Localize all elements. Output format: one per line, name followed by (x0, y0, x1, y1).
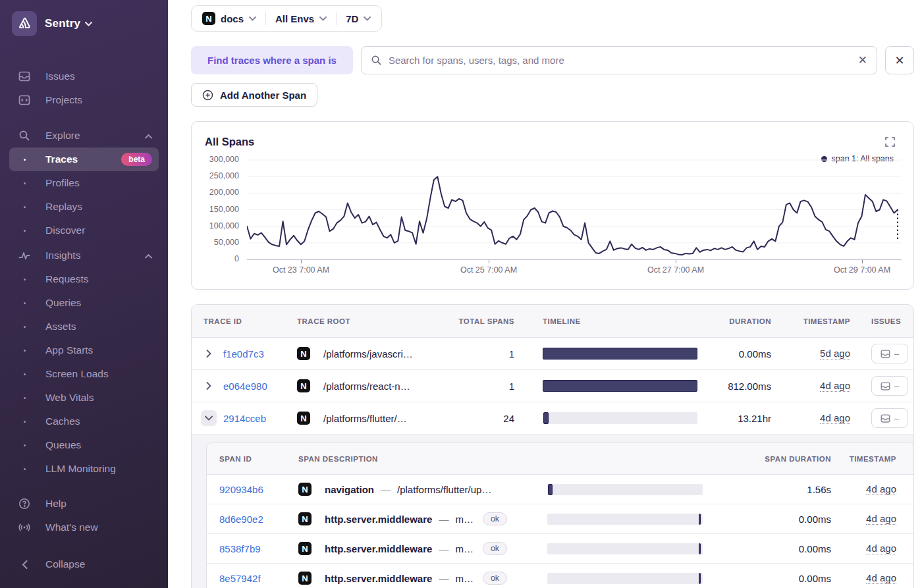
timestamp-value[interactable]: 4d ago (820, 412, 850, 424)
status-badge: ok (483, 572, 507, 585)
chevron-down-icon (364, 16, 371, 21)
trace-id-link[interactable]: 2914cceb (223, 413, 266, 424)
insights-icon (18, 250, 31, 261)
col-header-total-spans: TOTAL SPANS (445, 317, 524, 325)
sidebar-item-label: Help (45, 498, 67, 510)
help-icon (18, 498, 31, 510)
remove-span-filter-button[interactable]: ✕ (885, 46, 914, 74)
sidebar-item-discover[interactable]: Discover (9, 219, 159, 242)
chevron-right-icon (206, 382, 211, 390)
trace-id-link[interactable]: f1e0d7c3 (223, 348, 264, 360)
project-selector[interactable]: N docs (202, 12, 256, 25)
date-range-value: 7D (346, 13, 358, 24)
x-axis: Oct 23 7:00 AM Oct 25 7:00 AM Oct 27 7:0… (247, 261, 902, 277)
col-header-span-description: SPAN DESCRIPTION (290, 455, 534, 463)
divider (336, 12, 337, 25)
traces-table: TRACE ID TRACE ROOT TOTAL SPANS TIMELINE… (191, 304, 914, 588)
sidebar-item-queries[interactable]: Queries (9, 291, 159, 315)
bullet-icon (18, 373, 31, 375)
table-row: e064e980 N /platforms/react-n… 1 812.00m… (192, 370, 913, 402)
timestamp-value[interactable]: 4d ago (866, 572, 896, 584)
span-id-link[interactable]: 8e57942f (219, 573, 261, 584)
sidebar-item-replays[interactable]: Replays (9, 195, 159, 219)
sidebar-item-assets[interactable]: Assets (9, 315, 159, 338)
sidebar-item-label: Traces (45, 153, 78, 165)
sidebar-collapse-button[interactable]: Collapse (9, 552, 159, 576)
col-header-span-duration: SPAN DURATION (719, 455, 837, 463)
span-description-text: m… (455, 573, 474, 584)
x-tick (489, 260, 489, 263)
col-header-timeline: TIMELINE (524, 317, 704, 325)
span-id-link[interactable]: 8538f7b9 (219, 543, 261, 554)
date-range-selector[interactable]: 7D (346, 13, 371, 24)
y-tick-label: 200,000 (192, 188, 239, 197)
add-another-span-button[interactable]: Add Another Span (191, 83, 317, 107)
spans-line-chart[interactable] (247, 156, 902, 260)
timeline-track (543, 412, 697, 424)
sidebar-section-insights[interactable]: Insights (9, 244, 159, 267)
bullet-icon (18, 326, 31, 328)
all-spans-chart-panel: All Spans span 1: All spans 300,000 250,… (191, 121, 914, 290)
sidebar-item-queues[interactable]: Queues (9, 433, 159, 457)
bullet-icon (18, 159, 31, 161)
sidebar-item-web-vitals[interactable]: Web Vitals (9, 386, 159, 410)
issues-button[interactable]: – (871, 344, 908, 363)
expand-row-button[interactable] (201, 346, 217, 361)
sidebar-item-label: Collapse (45, 558, 85, 570)
sidebar-item-label: Issues (45, 70, 75, 82)
sidebar-item-screen-loads[interactable]: Screen Loads (9, 362, 159, 386)
sidebar-item-app-starts[interactable]: App Starts (9, 338, 159, 362)
sidebar-item-requests[interactable]: Requests (9, 267, 159, 291)
timestamp-value[interactable]: 4d ago (866, 543, 896, 554)
issues-button[interactable]: – (871, 408, 908, 428)
issues-button[interactable]: – (871, 376, 908, 396)
search-icon (371, 55, 382, 66)
issues-count: – (894, 349, 899, 359)
sidebar-item-caches[interactable]: Caches (9, 410, 159, 433)
sidebar-section-explore[interactable]: Explore (9, 124, 159, 147)
duration-value: 13.21hr (704, 413, 771, 424)
status-badge: ok (483, 512, 507, 525)
sidebar-item-profiles[interactable]: Profiles (9, 171, 159, 195)
collapse-row-button[interactable] (201, 410, 217, 426)
timestamp-value[interactable]: 4d ago (820, 380, 850, 392)
sidebar-item-traces[interactable]: Traces beta (9, 147, 159, 171)
span-id-link[interactable]: 920934b6 (219, 484, 263, 495)
beta-badge: beta (121, 153, 152, 166)
org-switcher[interactable]: Sentry (9, 9, 159, 38)
expand-row-button[interactable] (201, 378, 217, 394)
environment-selector[interactable]: All Envs (275, 13, 327, 24)
timeline-track (547, 543, 703, 554)
dash-separator: — (439, 543, 448, 554)
sidebar-item-help[interactable]: Help (9, 492, 159, 516)
chevron-right-icon (206, 350, 211, 358)
sidebar-item-issues[interactable]: Issues (9, 65, 159, 88)
sidebar-item-projects[interactable]: Projects (9, 88, 159, 112)
timestamp-value[interactable]: 4d ago (866, 513, 896, 525)
sentry-logo-icon (12, 11, 37, 36)
timestamp-value[interactable]: 5d ago (820, 348, 850, 360)
bullet-icon (18, 182, 31, 184)
bullet-icon (18, 302, 31, 304)
timeline-bar (699, 543, 701, 554)
bullet-icon (18, 350, 31, 352)
span-duration-value: 0.00ms (719, 543, 837, 554)
nextjs-platform-icon: N (298, 512, 312, 525)
sidebar-item-whats-new[interactable]: What's new (9, 516, 159, 539)
nextjs-platform-icon: N (298, 483, 312, 496)
chevron-down-icon (319, 16, 327, 21)
trace-id-link[interactable]: e064e980 (223, 381, 267, 392)
span-search-input[interactable] (389, 55, 852, 66)
fullscreen-icon[interactable] (885, 137, 895, 149)
expanded-trace-panel: SPAN ID SPAN DESCRIPTION SPAN DURATION T… (192, 435, 913, 588)
issues-count: – (894, 381, 899, 391)
issues-icon (18, 70, 31, 82)
y-tick-label: 300,000 (192, 155, 239, 164)
x-tick (676, 260, 676, 263)
span-id-link[interactable]: 8d6e90e2 (219, 514, 263, 525)
timestamp-value[interactable]: 4d ago (866, 483, 896, 495)
clear-search-button[interactable]: ✕ (858, 55, 867, 66)
sidebar-item-llm-monitoring[interactable]: LLM Monitoring (9, 457, 159, 481)
sidebar-item-label: LLM Monitoring (45, 463, 116, 475)
timeline-track (543, 348, 697, 360)
